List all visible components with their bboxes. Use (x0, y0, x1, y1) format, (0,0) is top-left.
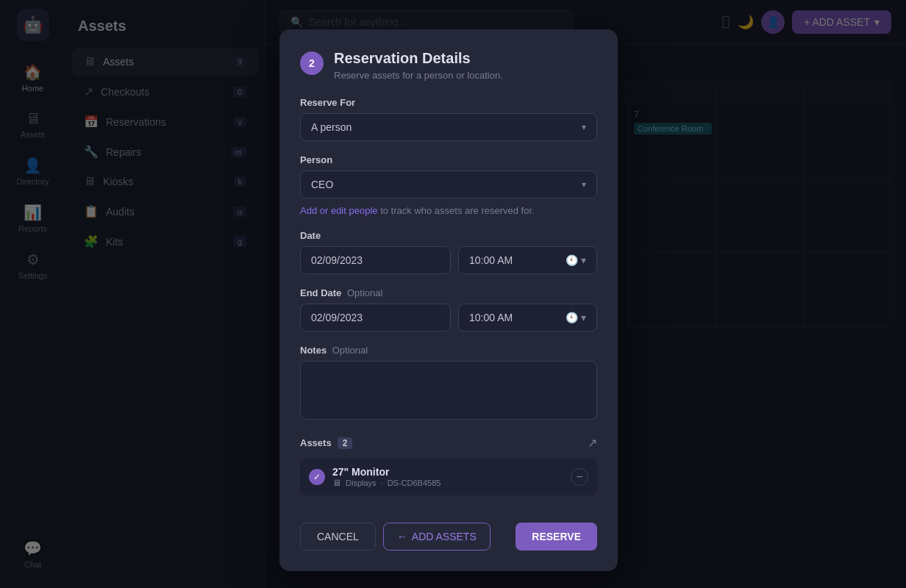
add-edit-people-suffix: to track who assets are reserved for. (378, 205, 535, 216)
modal-title: Reservation Details (334, 50, 503, 67)
back-arrow-icon: ← (397, 531, 407, 542)
step-badge: 2 (300, 51, 324, 75)
asset-info: 27" Monitor 🖥 Displays · DS-CD6B4585 (332, 466, 563, 488)
assets-label: Assets 2 (300, 437, 352, 449)
asset-type: Displays (346, 478, 377, 487)
person-select[interactable]: CEO ▾ (300, 171, 597, 198)
end-time-select[interactable]: 10:00 AM 🕙 ▾ (458, 304, 597, 331)
add-edit-people-link[interactable]: Add or edit people (300, 205, 378, 216)
assets-count: 2 (338, 437, 353, 449)
reservation-modal: 2 Reservation Details Reserve assets for… (279, 29, 618, 571)
end-time-value: 10:00 AM (469, 312, 513, 323)
asset-meta: 🖥 Displays · DS-CD6B4585 (332, 478, 563, 488)
modal-subtitle: Reserve assets for a person or location. (334, 70, 503, 81)
asset-tag: DS-CD6B4585 (388, 478, 441, 487)
assets-section-header: Assets 2 ↗ (300, 436, 597, 450)
add-assets-button[interactable]: ← ADD ASSETS (383, 523, 491, 551)
end-date-label: End Date Optional (300, 287, 597, 298)
reserve-button[interactable]: RESERVE (516, 523, 597, 551)
asset-name: 27" Monitor (332, 466, 563, 478)
date-time-row: 10:00 AM 🕙 ▾ (300, 246, 597, 274)
asset-remove-button[interactable]: − (571, 468, 588, 486)
modal-footer: CANCEL ← ADD ASSETS RESERVE (300, 510, 597, 551)
start-time-value: 10:00 AM (469, 254, 513, 266)
reserve-for-label: Reserve For (300, 97, 597, 108)
chevron-down-icon: ▾ (582, 179, 586, 190)
modal-header-text: Reservation Details Reserve assets for a… (334, 50, 503, 81)
end-date-time-row: 10:00 AM 🕙 ▾ (300, 304, 597, 331)
person-label: Person (300, 154, 597, 165)
notes-textarea[interactable] (300, 361, 597, 420)
start-time-select[interactable]: 10:00 AM 🕙 ▾ (458, 246, 597, 274)
end-clock-icon: 🕙 ▾ (566, 312, 586, 323)
date-group: Date 10:00 AM 🕙 ▾ (300, 230, 597, 274)
expand-assets-icon[interactable]: ↗ (588, 436, 597, 450)
person-group: Person CEO ▾ Add or edit people to track… (300, 154, 597, 217)
date-label: Date (300, 230, 597, 241)
notes-group: Notes Optional (300, 345, 597, 423)
modal-header: 2 Reservation Details Reserve assets for… (300, 50, 597, 81)
asset-check-icon: ✓ (309, 469, 325, 485)
asset-item: ✓ 27" Monitor 🖥 Displays · DS-CD6B4585 − (300, 459, 597, 495)
chevron-down-icon: ▾ (582, 122, 586, 132)
notes-label: Notes Optional (300, 345, 597, 356)
reserve-for-value: A person (311, 121, 352, 133)
start-date-input[interactable] (300, 246, 451, 274)
display-icon: 🖥 (332, 478, 341, 488)
reserve-for-group: Reserve For A person ▾ (300, 97, 597, 141)
end-date-group: End Date Optional 10:00 AM 🕙 ▾ (300, 287, 597, 331)
cancel-button[interactable]: CANCEL (300, 523, 376, 551)
person-value: CEO (311, 179, 333, 190)
add-edit-people-row: Add or edit people to track who assets a… (300, 204, 597, 217)
end-date-input[interactable] (300, 304, 451, 331)
reserve-for-select[interactable]: A person ▾ (300, 113, 597, 141)
clock-icon: 🕙 ▾ (566, 254, 586, 266)
